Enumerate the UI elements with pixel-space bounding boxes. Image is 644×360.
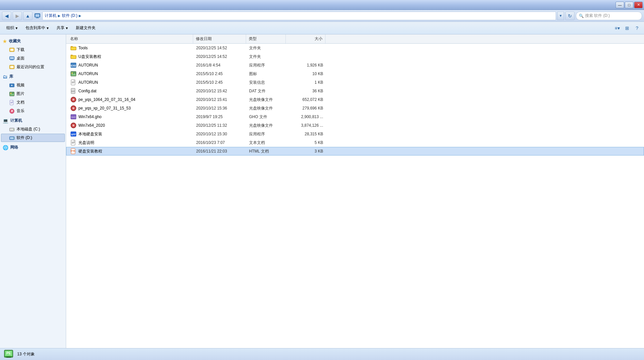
file-icon <box>70 54 76 60</box>
close-button[interactable]: ✕ <box>634 2 643 8</box>
col-header-date[interactable]: 修改日期 <box>193 34 246 43</box>
file-name-cell: Win7x64_2020 <box>68 122 193 128</box>
sidebar-item-desktop[interactable]: 桌面 <box>1 54 65 63</box>
sidebar-item-local-c[interactable]: 本地磁盘 (C:) <box>1 125 65 133</box>
sidebar-item-software-d[interactable]: 软件 (D:) <box>1 134 65 142</box>
svg-point-15 <box>10 93 12 94</box>
file-icon <box>70 140 76 146</box>
table-row[interactable]: GHO Win7x64.gho 2019/9/7 19:25 GHO 文件 2,… <box>66 112 644 121</box>
new-folder-button[interactable]: 新建文件夹 <box>72 23 99 33</box>
sidebar-header-computer[interactable]: 💻 计算机 <box>0 116 66 125</box>
file-name: Tools <box>78 46 88 50</box>
sidebar-item-recent[interactable]: 最近访问的位置 <box>1 63 65 71</box>
new-folder-label: 新建文件夹 <box>76 25 96 31</box>
title-bar-buttons: — □ ✕ <box>616 2 643 8</box>
file-name-cell: AUTORUN <box>68 71 193 77</box>
forward-button[interactable]: ▶ <box>13 12 22 20</box>
videos-label: 视频 <box>17 82 24 88</box>
file-type-cell: 应用程序 <box>246 63 286 68</box>
col-header-size[interactable]: 大小 <box>286 34 325 43</box>
table-row[interactable]: HTML 硬盘安装教程 2016/11/21 22:03 HTML 文档 3 K… <box>66 147 644 156</box>
table-row[interactable]: U盘安装教程 2020/12/25 14:52 文件夹 <box>66 52 644 61</box>
preview-pane-button[interactable]: ⊞ <box>623 24 631 32</box>
table-row[interactable]: Tools 2020/12/25 14:52 文件夹 <box>66 44 644 52</box>
col-header-name[interactable]: 名称 <box>67 34 193 43</box>
file-name-cell: AUTORUN <box>68 79 193 85</box>
svg-rect-32 <box>71 56 76 59</box>
table-row[interactable]: 光盘说明 2016/10/23 7:07 文本文档 5 KB <box>66 138 644 147</box>
svg-text:DAT: DAT <box>71 90 75 92</box>
file-type-cell: 文件夹 <box>246 45 286 51</box>
up-button[interactable]: ▲ <box>23 12 32 20</box>
file-name: Win7x64_2020 <box>78 123 105 128</box>
file-name-cell: 光盘说明 <box>68 140 193 146</box>
minimize-button[interactable]: — <box>616 2 624 8</box>
include-library-button[interactable]: 包含到库中 ▾ <box>22 23 52 33</box>
toolbar: 组织 ▾ 包含到库中 ▾ 共享 ▾ 新建文件夹 ≡ ▾ ⊞ ? <box>0 22 644 34</box>
sidebar-header-network[interactable]: 🌐 网络 <box>0 143 66 152</box>
main-container: ★ 收藏夹 下载 <box>0 34 644 348</box>
library-icon: 🗂 <box>3 74 7 79</box>
col-header-type[interactable]: 类型 <box>246 34 286 43</box>
sidebar-item-downloads[interactable]: 下载 <box>1 46 65 54</box>
table-row[interactable]: DAT Config.dat 2020/10/12 15:42 DAT 文件 3… <box>66 87 644 95</box>
file-icon <box>70 122 76 128</box>
sidebar-item-videos[interactable]: 视频 <box>1 81 65 89</box>
table-row[interactable]: EXE AUTORUN 2016/1/8 4:54 应用程序 1,926 KB <box>66 61 644 69</box>
share-button[interactable]: 共享 ▾ <box>53 23 71 33</box>
file-name: 本地硬盘安装 <box>78 131 102 137</box>
title-bar: — □ ✕ <box>0 0 644 10</box>
svg-rect-11 <box>10 66 14 68</box>
sidebar-item-documents[interactable]: 文档 <box>1 98 65 107</box>
file-date-cell: 2020/12/25 14:52 <box>193 46 246 50</box>
table-row[interactable]: AUTORUN 2015/5/10 2:45 图标 10 KB <box>66 69 644 78</box>
table-row[interactable]: APP 本地硬盘安装 2020/10/12 15:30 应用程序 28,315 … <box>66 130 644 138</box>
back-button[interactable]: ◀ <box>2 12 11 20</box>
file-date-cell: 2020/10/12 15:42 <box>193 89 246 93</box>
sidebar-item-images[interactable]: 图片 <box>1 90 65 98</box>
documents-icon <box>9 100 15 105</box>
file-size-cell: 28,315 KB <box>286 132 326 136</box>
favorites-label: 收藏夹 <box>9 38 21 44</box>
address-dropdown[interactable]: ▼ <box>557 12 564 20</box>
file-date-cell: 2016/1/8 4:54 <box>193 63 246 68</box>
file-name-cell: U盘安装教程 <box>68 54 193 60</box>
change-view-button[interactable]: ≡ ▾ <box>613 24 622 32</box>
breadcrumb-computer[interactable]: 计算机 <box>45 13 57 19</box>
file-icon <box>70 71 76 77</box>
file-name-cell: pe_yqs_xp_20_07_31_15_53 <box>68 105 193 111</box>
table-row[interactable]: Win7x64_2020 2020/12/25 11:32 光盘映像文件 3,8… <box>66 121 644 130</box>
organize-label: 组织 <box>6 25 14 31</box>
organize-button[interactable]: 组织 ▾ <box>3 23 21 33</box>
file-name: U盘安装教程 <box>78 54 101 60</box>
maximize-button[interactable]: □ <box>625 2 633 8</box>
file-icon: APP <box>70 131 76 137</box>
file-name-cell: HTML 硬盘安装教程 <box>68 148 193 154</box>
sidebar-section-computer: 💻 计算机 本地磁盘 (C:) <box>0 116 66 142</box>
file-date-cell: 2016/10/23 7:07 <box>193 140 246 145</box>
network-label: 网络 <box>10 145 18 150</box>
table-row[interactable]: AUTORUN 2015/5/10 2:45 安装信息 1 KB <box>66 78 644 87</box>
table-row[interactable]: pe_yqs_1064_20_07_31_16_04 2020/10/12 15… <box>66 95 644 104</box>
table-row[interactable]: pe_yqs_xp_20_07_31_15_53 2020/10/12 15:3… <box>66 104 644 112</box>
svg-point-50 <box>73 108 74 109</box>
status-bar: PE 13 个对象 <box>0 348 644 360</box>
svg-point-26 <box>13 129 14 130</box>
file-date-cell: 2015/5/10 2:45 <box>193 80 246 85</box>
breadcrumb-drive[interactable]: 软件 (D:) <box>62 13 77 19</box>
file-icon: DAT <box>70 88 76 94</box>
sidebar-item-music[interactable]: 音乐 <box>1 107 65 115</box>
computer-icon <box>34 12 41 20</box>
svg-rect-3 <box>36 18 39 18</box>
view-icon: ≡ <box>615 25 617 31</box>
help-button[interactable]: ? <box>633 24 641 32</box>
refresh-button[interactable]: ↻ <box>565 12 575 20</box>
sidebar-header-favorites[interactable]: ★ 收藏夹 <box>0 37 66 45</box>
svg-text:PE: PE <box>6 351 11 355</box>
svg-text:EXE: EXE <box>71 64 76 67</box>
images-label: 图片 <box>17 91 24 97</box>
file-icon <box>70 97 76 103</box>
svg-rect-31 <box>71 47 76 50</box>
include-library-label: 包含到库中 <box>25 25 45 31</box>
sidebar-header-library[interactable]: 🗂 库 <box>0 72 66 81</box>
